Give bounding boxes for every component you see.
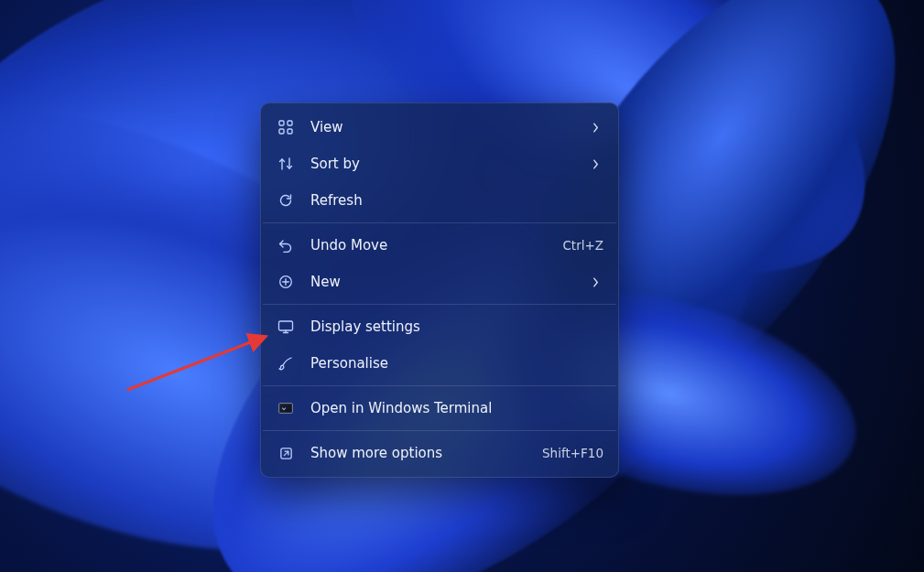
expand-icon	[277, 445, 294, 461]
menu-item-view[interactable]: View	[261, 109, 618, 146]
plus-icon	[277, 274, 294, 290]
chevron-right-icon	[592, 123, 603, 133]
menu-item-show-more-options[interactable]: Show more options Shift+F10	[261, 435, 618, 471]
menu-label: Personalise	[310, 355, 603, 372]
svg-rect-3	[288, 129, 292, 134]
menu-separator	[263, 430, 616, 431]
brush-icon	[277, 355, 294, 372]
undo-icon	[277, 237, 294, 254]
menu-label: Undo Move	[310, 237, 551, 254]
menu-item-display-settings[interactable]: Display settings	[261, 308, 618, 345]
svg-rect-0	[279, 121, 284, 125]
menu-label: Refresh	[310, 192, 603, 209]
menu-item-new[interactable]: New	[261, 264, 618, 300]
refresh-icon	[277, 192, 294, 209]
chevron-right-icon	[592, 159, 603, 169]
svg-rect-2	[279, 129, 284, 134]
svg-rect-5	[279, 321, 293, 330]
menu-label: Show more options	[310, 445, 531, 461]
menu-label: Display settings	[310, 318, 603, 335]
grid-icon	[277, 119, 294, 135]
menu-item-open-terminal[interactable]: Open in Windows Terminal	[261, 390, 618, 426]
terminal-icon	[277, 400, 294, 416]
menu-shortcut: Ctrl+Z	[562, 238, 603, 253]
desktop-context-menu: View Sort by Refresh	[260, 103, 619, 478]
menu-shortcut: Shift+F10	[542, 446, 603, 460]
menu-item-personalise[interactable]: Personalise	[261, 345, 618, 382]
sort-icon	[277, 156, 294, 172]
menu-label: Sort by	[310, 156, 592, 172]
menu-separator	[263, 304, 616, 305]
svg-rect-1	[288, 121, 292, 125]
menu-label: Open in Windows Terminal	[310, 400, 603, 416]
menu-item-sort-by[interactable]: Sort by	[261, 146, 618, 182]
chevron-right-icon	[592, 277, 603, 287]
menu-label: New	[310, 274, 592, 290]
menu-separator	[263, 385, 616, 386]
monitor-icon	[277, 318, 294, 335]
menu-item-refresh[interactable]: Refresh	[261, 182, 618, 219]
menu-item-undo-move[interactable]: Undo Move Ctrl+Z	[261, 227, 618, 264]
menu-label: View	[310, 119, 592, 135]
menu-separator	[263, 222, 616, 223]
